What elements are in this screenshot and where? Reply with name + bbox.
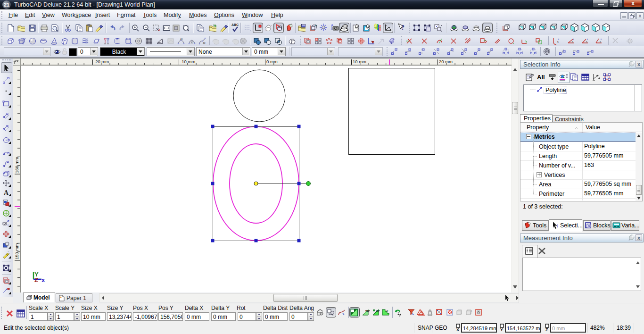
svg-text:?: ? [401,24,405,31]
svg-text:5: 5 [586,41,587,43]
svg-text:Y: Y [500,327,503,332]
svg-text:10 mm: 10 mm [353,59,366,64]
svg-text:30: 30 [203,42,206,44]
svg-text:30: 30 [190,41,193,44]
svg-text:30: 30 [180,37,183,40]
svg-text:20 mm: 20 mm [439,59,453,64]
svg-text:5: 5 [557,41,559,43]
svg-text:F: F [387,309,388,312]
svg-text:Z: Z [545,327,548,332]
svg-text:3: 3 [471,310,472,313]
svg-text:150 mm: 150 mm [14,243,19,259]
svg-text:X: X [456,327,459,332]
svg-text:CP: CP [376,309,380,312]
svg-text:0 mm: 0 mm [266,59,278,64]
svg-text:5: 5 [600,41,601,43]
svg-text:5: 5 [572,41,573,43]
svg-text:160 mm: 160 mm [14,157,19,173]
svg-text:WP: WP [365,309,370,312]
svg-text:Z: Z [34,276,38,284]
svg-text:x: x [41,276,45,284]
